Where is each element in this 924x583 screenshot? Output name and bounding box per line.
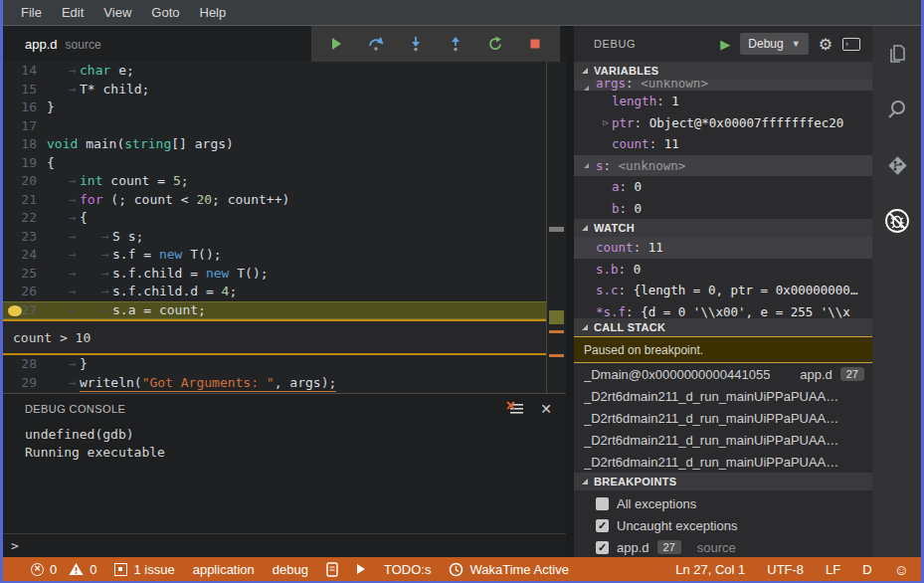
twistie-icon (582, 479, 588, 485)
code-line-16[interactable]: 16} (3, 98, 546, 117)
variable-row[interactable]: b: 0 (574, 198, 872, 220)
code-line-29[interactable]: 29→writeln("Got Arguments: ", args); (3, 374, 546, 393)
clear-console-icon[interactable] (506, 401, 524, 417)
variable-row[interactable]: ▷ptr: Object@*0x00007fffffffec20 (574, 112, 872, 134)
checkbox[interactable]: ✓ (596, 541, 609, 554)
variable-name: b (612, 201, 620, 216)
step-out-button[interactable] (441, 30, 470, 58)
watch-row[interactable]: count: 11 (574, 237, 872, 259)
breakpoint-item[interactable]: All exceptions (574, 492, 872, 514)
overview-mark (549, 354, 564, 357)
start-debug-icon[interactable]: ▶ (720, 37, 730, 52)
variables-section-header[interactable]: VARIABLES (574, 62, 872, 80)
menu-goto[interactable]: Goto (141, 5, 189, 20)
line-number: 18 (3, 135, 47, 154)
variable-row[interactable]: s: <unknown> (574, 155, 872, 177)
variable-row[interactable]: length: 1 (574, 91, 872, 112)
open-console-icon[interactable]: › (842, 38, 860, 51)
menu-edit[interactable]: Edit (52, 5, 93, 20)
application-item[interactable]: application (193, 562, 255, 577)
restart-icon (487, 36, 503, 52)
watch-section-header[interactable]: WATCH (574, 219, 872, 237)
todos-item[interactable]: TODO:s (384, 562, 431, 577)
wakatime-item[interactable]: WakaTime Active (449, 562, 568, 577)
breakpoint-dot[interactable] (8, 305, 22, 316)
code-line-14[interactable]: 14→char e; (3, 62, 546, 81)
eol-item[interactable]: LF (826, 562, 840, 577)
debug-item[interactable]: debug (273, 562, 308, 577)
debug-toolbar (311, 26, 560, 62)
run-icon[interactable] (356, 563, 366, 575)
variable-value: 0 (635, 201, 643, 216)
code-line-22[interactable]: 22→{ (3, 209, 546, 228)
cursor-position[interactable]: Ln 27, Col 1 (675, 562, 745, 577)
code-line-28[interactable]: 28→} (3, 355, 546, 374)
menu-help[interactable]: Help (190, 5, 237, 20)
checkbox[interactable] (596, 497, 609, 510)
breakpoint-condition-widget[interactable]: count > 10 (3, 319, 546, 355)
variable-row[interactable]: a: 0 (574, 176, 872, 198)
debug-console-title: DEBUG CONSOLE (25, 403, 125, 415)
twistie-icon: ▷ (600, 117, 612, 127)
sidebar-item-search[interactable] (883, 96, 911, 123)
code-line-24[interactable]: 24→→s.f = new T(); (3, 246, 546, 265)
file-report-icon[interactable] (326, 562, 338, 577)
editor-scrollbar[interactable] (546, 62, 566, 393)
call-stack-section-header[interactable]: CALL STACK (574, 318, 872, 336)
code-line-17[interactable]: 17 (3, 117, 546, 136)
problems-indicator[interactable]: ✕ 0 0 (31, 562, 96, 577)
issues-item[interactable]: 1 issue (114, 562, 174, 577)
gear-icon[interactable]: ⚙ (819, 35, 832, 54)
restart-button[interactable] (480, 30, 510, 58)
stack-frame[interactable]: _D2rt6dmain211_d_run_mainUiPPaPUAA… (574, 385, 872, 407)
menu-bar: FileEditViewGotoHelp (3, 0, 921, 26)
stop-button[interactable] (520, 30, 550, 58)
sidebar-item-source-control[interactable] (883, 151, 911, 179)
continue-button[interactable] (321, 30, 351, 58)
tab-whitespace-arrow: → (47, 301, 80, 320)
encoding-item[interactable]: UTF-8 (767, 562, 804, 577)
code-line-21[interactable]: 21→for (; count < 20; count++) (3, 191, 546, 210)
panel-splitter[interactable] (566, 26, 574, 557)
language-item[interactable]: D (862, 562, 871, 577)
variable-name: length (612, 94, 656, 108)
code-line-27[interactable]: 27→→s.a = count; (3, 301, 546, 320)
stack-frame[interactable]: _D2rt6dmain211_d_run_mainUiPPaPUAA… (574, 451, 872, 473)
code-line-15[interactable]: 15→T* child; (3, 81, 546, 99)
code-line-26[interactable]: 26→→s.f.child.d = 4; (3, 283, 546, 301)
watch-row[interactable]: *s.f: {d = 0 '\\x00', e = 255 '\\x (574, 301, 872, 319)
debug-config-dropdown[interactable]: Debug ▼ (740, 33, 808, 55)
sidebar-item-debug[interactable] (883, 207, 911, 235)
step-over-button[interactable] (361, 30, 391, 58)
stack-frame[interactable]: _Dmain@0x0000000000441055app.d27 (574, 363, 872, 385)
code-line-20[interactable]: 20→int count = 5; (3, 172, 546, 191)
stack-frame[interactable]: _D2rt6dmain211_d_run_mainUiPPaPUAA… (574, 429, 872, 451)
code-line-18[interactable]: 18void main(string[] args) (3, 135, 546, 154)
variable-row[interactable]: count: 11 (574, 133, 872, 155)
watch-row[interactable]: s.c: {length = 0, ptr = 0x00000000… (574, 280, 872, 301)
step-into-button[interactable] (401, 30, 431, 58)
watch-row[interactable]: s.b: 0 (574, 259, 872, 281)
console-input[interactable]: > (3, 533, 566, 557)
stack-frame[interactable]: _D2rt6dmain211_d_run_mainUiPPaPUAA… (574, 407, 872, 429)
checkbox[interactable]: ✓ (596, 519, 609, 532)
breakpoint-label: app.d (617, 540, 649, 555)
code-line-23[interactable]: 23→→S s; (3, 228, 546, 247)
breakpoint-item[interactable]: ✓app.d27source (574, 536, 872, 557)
tab-app-d[interactable]: app.d source (3, 37, 101, 52)
tab-whitespace-arrow: → (47, 374, 80, 393)
breakpoints-section-header[interactable]: BREAKPOINTS (574, 473, 872, 490)
menu-file[interactable]: File (11, 5, 52, 20)
sidebar-item-files[interactable] (883, 40, 911, 68)
code-editor[interactable]: 14→char e;15→T* child;16}1718void main(s… (3, 62, 566, 393)
code-line-25[interactable]: 25→→s.f.child = new T(); (3, 265, 546, 284)
feedback-smiley-icon[interactable]: ☺ (894, 562, 909, 577)
scroll-thumb[interactable] (549, 227, 564, 232)
code-line-19[interactable]: 19{ (3, 154, 546, 173)
close-icon[interactable]: ✕ (540, 401, 552, 417)
variable-value: Object@*0x00007fffffffec20 (649, 115, 844, 130)
variable-row[interactable]: args: <unknown> (574, 80, 872, 91)
breakpoint-item[interactable]: ✓Uncaught exceptions (574, 514, 872, 536)
variable-name: count (612, 136, 649, 151)
menu-view[interactable]: View (93, 5, 141, 20)
